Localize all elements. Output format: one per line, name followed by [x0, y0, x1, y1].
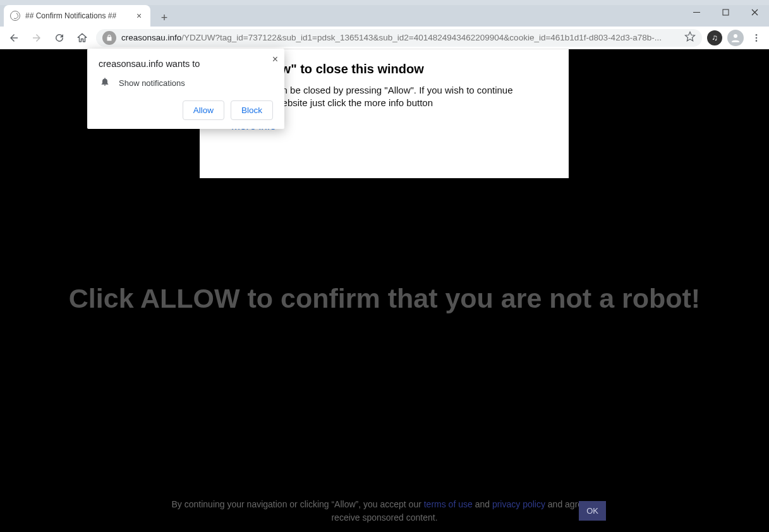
svg-point-2	[756, 34, 758, 36]
permission-actions: Allow Block	[99, 100, 273, 120]
browser-tab[interactable]: ## Confirm Notifications ## ×	[4, 5, 150, 27]
page-viewport: Click "Allow" to close this window This …	[0, 49, 769, 532]
menu-button[interactable]	[749, 33, 764, 43]
footer-text-pre: By continuing your navigation or clickin…	[172, 499, 424, 509]
home-button[interactable]	[73, 29, 91, 47]
url-text: creasonsau.info/YDZUW?tag_id=737122&sub_…	[121, 33, 662, 42]
page-footer: By continuing your navigation or clickin…	[0, 498, 769, 524]
url-domain: creasonsau.info	[121, 33, 181, 42]
svg-point-4	[756, 40, 758, 42]
block-button[interactable]: Block	[231, 100, 273, 120]
window-titlebar	[0, 0, 769, 5]
footer-text-and: and	[475, 499, 492, 509]
window-close-button[interactable]	[740, 3, 769, 21]
allow-button[interactable]: Allow	[183, 100, 224, 120]
svg-rect-0	[723, 9, 729, 15]
extension-icon[interactable]: ♫	[707, 30, 722, 45]
url-path: /YDZUW?tag_id=737122&sub_id1=pdsk_136514…	[181, 33, 662, 42]
permission-item: Show notifications	[100, 76, 273, 89]
permission-item-label: Show notifications	[119, 78, 185, 88]
terms-of-use-link[interactable]: terms of use	[424, 499, 473, 509]
lock-icon[interactable]	[102, 31, 116, 45]
address-bar[interactable]: creasonsau.info/YDZUW?tag_id=737122&sub_…	[96, 29, 702, 47]
window-maximize-button[interactable]	[711, 3, 740, 21]
tab-strip: ## Confirm Notifications ## × +	[0, 5, 769, 27]
reload-button[interactable]	[51, 29, 68, 47]
ok-button[interactable]: OK	[579, 501, 606, 521]
close-icon[interactable]: ×	[272, 54, 278, 65]
page-headline: Click ALLOW to confirm that you are not …	[0, 283, 769, 314]
bell-icon	[100, 76, 110, 89]
forward-button	[28, 29, 45, 47]
browser-toolbar: creasonsau.info/YDZUW?tag_id=737122&sub_…	[0, 27, 769, 49]
tab-title: ## Confirm Notifications ##	[25, 11, 129, 20]
globe-icon	[10, 11, 20, 21]
svg-point-3	[756, 37, 758, 39]
close-tab-icon[interactable]: ×	[134, 11, 144, 21]
back-button[interactable]	[5, 29, 23, 47]
window-minimize-button[interactable]	[682, 3, 711, 21]
permission-prompt-title: creasonsau.info wants to	[99, 59, 273, 69]
profile-avatar-icon[interactable]	[727, 30, 744, 46]
bookmark-star-icon[interactable]	[684, 31, 696, 45]
window-controls	[682, 3, 769, 21]
new-tab-button[interactable]: +	[155, 9, 173, 27]
privacy-policy-link[interactable]: privacy policy	[492, 499, 545, 509]
svg-point-1	[734, 34, 737, 38]
notification-permission-prompt: × creasonsau.info wants to Show notifica…	[87, 49, 284, 129]
